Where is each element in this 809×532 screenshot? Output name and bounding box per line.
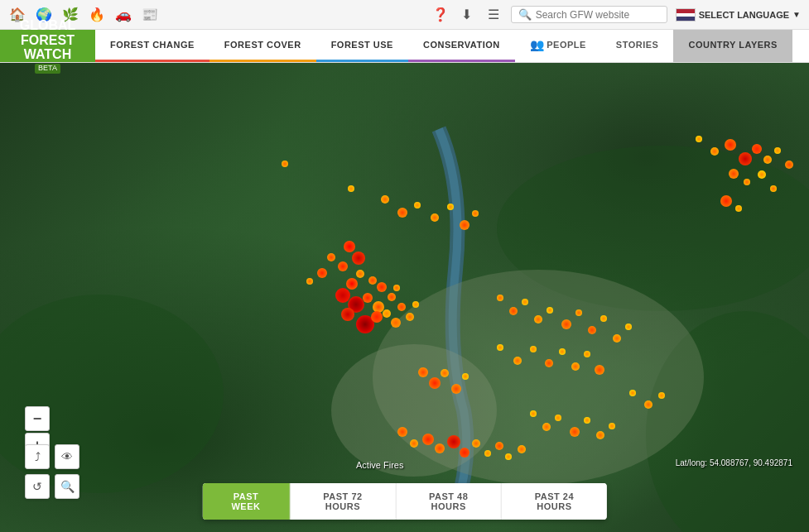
zoom-out-button[interactable]: − (25, 406, 50, 431)
menu-icon[interactable]: ☰ (484, 6, 503, 24)
fire-dot (644, 400, 652, 409)
fire-dot (435, 443, 445, 453)
nav-tabs: FOREST CHANGE FOREST COVER FOREST USE CO… (95, 30, 809, 62)
news-icon[interactable]: 📰 (141, 6, 159, 24)
fire-dot (472, 439, 480, 448)
fire-dot (595, 365, 604, 375)
fire-dot (509, 307, 518, 315)
tab-country-layers[interactable]: COUNTRY LAYERS (673, 30, 792, 62)
fire-dot (696, 136, 702, 142)
help-icon[interactable]: ❓ (431, 6, 450, 24)
refresh-button[interactable]: ↺ (25, 474, 50, 499)
fire-dot (571, 362, 580, 371)
car-icon[interactable]: 🚗 (114, 6, 132, 24)
fire-dot (522, 299, 528, 305)
svg-point-1 (497, 146, 809, 311)
fire-dot (629, 390, 636, 396)
map-tools: ⤴ 👁 ↺ 🔍 (25, 444, 79, 499)
fire-dot (739, 152, 752, 165)
search-input[interactable] (536, 9, 660, 21)
fire-dot (658, 392, 665, 399)
fire-dot (412, 301, 419, 308)
fire-dot (356, 270, 364, 278)
fire-dot (710, 147, 719, 156)
download-icon[interactable]: ⬇ (458, 6, 476, 24)
fire-dot (377, 282, 387, 292)
fire-dot (447, 435, 460, 448)
fire-dot (613, 334, 621, 343)
fire-icon[interactable]: 🔥 (88, 6, 106, 24)
fire-dot (397, 427, 407, 437)
fire-dot (513, 357, 522, 365)
tab-stories[interactable]: STORIES (601, 30, 674, 62)
fire-dot (460, 448, 470, 458)
fire-dot (497, 344, 503, 351)
fire-dot (735, 205, 742, 212)
fire-dot (785, 161, 793, 169)
fire-dot (725, 139, 736, 151)
map-background (0, 63, 809, 532)
fire-dot (348, 185, 354, 192)
fire-dot (584, 351, 590, 357)
chevron-down-icon: ▼ (792, 10, 801, 19)
fire-dot (422, 434, 434, 445)
fire-dot (484, 450, 491, 457)
navbar: GLOBAL FOREST WATCH BETA FOREST CHANGE F… (0, 30, 809, 63)
fire-dot (363, 293, 373, 303)
fire-dot (752, 144, 762, 154)
logo: GLOBAL FOREST WATCH BETA (0, 30, 95, 62)
fire-dot (381, 195, 389, 204)
fire-dot (570, 427, 580, 437)
tab-forest-change[interactable]: FOREST CHANGE (95, 30, 209, 62)
fire-dot (335, 288, 350, 303)
svg-point-3 (373, 270, 704, 485)
past-24-hours-button[interactable]: PAST 24 HOURS (502, 483, 607, 520)
search-bar[interactable]: 🔍 (511, 6, 667, 23)
terrain-overlay (0, 63, 809, 532)
fire-dot (397, 303, 406, 311)
fire-dot (559, 348, 566, 355)
fire-dot (393, 285, 400, 291)
fire-dot (561, 319, 571, 329)
fire-dot (770, 185, 777, 192)
past-48-hours-button[interactable]: PAST 48 HOURS (396, 483, 502, 520)
eye-button[interactable]: 👁 (55, 444, 79, 469)
fire-dot (447, 204, 454, 210)
tab-conservation[interactable]: CONSERVATION (408, 30, 515, 62)
logo-beta: BETA (35, 64, 60, 74)
fire-dot (397, 208, 407, 218)
fire-dot (414, 202, 421, 208)
fire-dot (462, 373, 469, 380)
tab-forest-cover[interactable]: FOREST COVER (209, 30, 316, 62)
map-tool-row-1: ⤴ 👁 (25, 444, 79, 469)
fire-dot (441, 369, 449, 377)
map-tool-row-2: ↺ 🔍 (25, 474, 79, 499)
tab-forest-use[interactable]: FOREST USE (316, 30, 408, 62)
people-icon: 👥 (530, 38, 545, 51)
fire-dot (306, 278, 313, 285)
fire-dot (729, 169, 739, 179)
fire-dot (348, 296, 364, 313)
fire-dot (600, 315, 607, 322)
fire-dot (530, 410, 537, 417)
past-72-hours-button[interactable]: PAST 72 HOURS (291, 483, 397, 520)
tab-people[interactable]: 👥 PEOPLE (515, 30, 601, 62)
fire-dot (542, 423, 551, 431)
share-button[interactable]: ⤴ (25, 444, 50, 469)
fire-dot (317, 268, 327, 278)
language-button[interactable]: SELECT LANGUAGE ▼ (676, 8, 801, 22)
fire-dot (388, 293, 396, 301)
fire-dot (418, 367, 428, 377)
fire-dot (584, 417, 590, 424)
fire-dot (596, 431, 604, 439)
fire-dot (497, 295, 503, 301)
zoom-fit-button[interactable]: 🔍 (55, 474, 79, 499)
map-container[interactable]: − + ⤴ 👁 ↺ 🔍 Active Fires Lat/long: 54.08… (0, 63, 809, 532)
fire-dot (431, 213, 439, 222)
past-week-button[interactable]: PAST WEEK (202, 483, 290, 520)
fire-dot (588, 326, 596, 334)
fire-dot (625, 324, 632, 330)
fire-dot (338, 261, 348, 271)
fire-dot (383, 309, 391, 318)
fire-dot (758, 170, 766, 179)
